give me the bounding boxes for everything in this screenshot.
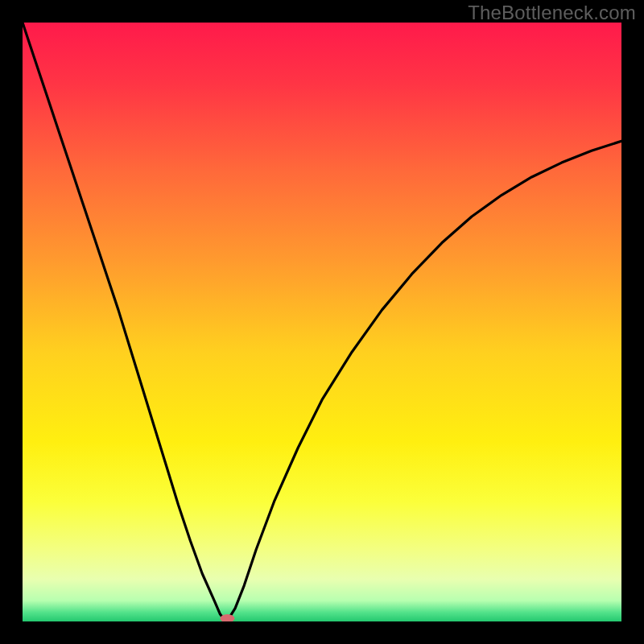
chart-frame: TheBottleneck.com xyxy=(0,0,644,644)
gradient-background xyxy=(23,23,621,621)
chart-svg xyxy=(23,23,621,621)
plot-area xyxy=(23,23,621,621)
watermark-text: TheBottleneck.com xyxy=(468,2,636,24)
